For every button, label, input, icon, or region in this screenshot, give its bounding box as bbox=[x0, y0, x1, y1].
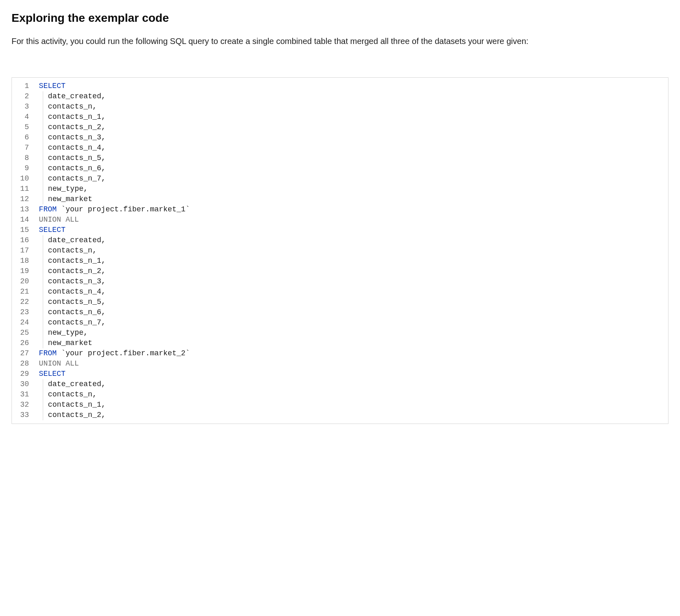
indent-guide bbox=[43, 266, 43, 276]
code-token: contacts_n_7, bbox=[48, 174, 106, 184]
code-token: UNION ALL bbox=[39, 359, 79, 369]
code-line: UNION ALL bbox=[39, 359, 665, 369]
code-line: UNION ALL bbox=[39, 215, 665, 225]
code-line: new_market bbox=[39, 338, 665, 348]
code-token: contacts_n_2, bbox=[48, 122, 106, 132]
code-line: contacts_n_7, bbox=[39, 174, 665, 184]
code-line: contacts_n_3, bbox=[39, 276, 665, 287]
page-heading: Exploring the exemplar code bbox=[12, 12, 668, 25]
line-number: 23 bbox=[20, 307, 29, 317]
indent-guide bbox=[43, 307, 43, 317]
code-token: contacts_n_5, bbox=[48, 153, 106, 163]
line-number: 16 bbox=[20, 235, 29, 245]
line-number: 26 bbox=[20, 338, 29, 348]
code-token: UNION ALL bbox=[39, 215, 79, 225]
line-number: 2 bbox=[20, 91, 29, 102]
indent-guide bbox=[43, 256, 43, 266]
code-token: contacts_n_4, bbox=[48, 143, 106, 153]
line-number: 11 bbox=[20, 184, 29, 194]
line-number: 29 bbox=[20, 369, 29, 379]
indent-guide bbox=[43, 91, 43, 102]
code-line: contacts_n_7, bbox=[39, 317, 665, 328]
indent-guide bbox=[43, 153, 43, 163]
indent-guide bbox=[43, 317, 43, 328]
line-number: 15 bbox=[20, 225, 29, 235]
code-line: SELECT bbox=[39, 225, 665, 235]
intro-paragraph: For this activity, you could run the fol… bbox=[12, 35, 668, 48]
line-number: 33 bbox=[20, 410, 29, 420]
line-number: 5 bbox=[20, 122, 29, 132]
line-number: 14 bbox=[20, 215, 29, 225]
indent-guide bbox=[43, 287, 43, 297]
indent-guide bbox=[43, 338, 43, 348]
code-line: contacts_n, bbox=[39, 245, 665, 256]
indent-guide bbox=[43, 143, 43, 153]
line-number: 19 bbox=[20, 266, 29, 276]
indent-guide bbox=[43, 102, 43, 112]
code-line: contacts_n_5, bbox=[39, 297, 665, 307]
code-token: contacts_n_2, bbox=[48, 266, 106, 276]
code-token: new_type, bbox=[48, 184, 88, 194]
code-line: contacts_n_6, bbox=[39, 307, 665, 317]
code-line: date_created, bbox=[39, 235, 665, 245]
code-token: SELECT bbox=[39, 225, 66, 235]
code-token: contacts_n_1, bbox=[48, 256, 106, 266]
code-token: FROM bbox=[39, 204, 57, 215]
code-line: contacts_n_4, bbox=[39, 287, 665, 297]
line-number: 24 bbox=[20, 317, 29, 328]
code-line: FROM `your project.fiber.market_1` bbox=[39, 204, 665, 215]
line-number: 1 bbox=[20, 81, 29, 91]
indent-guide bbox=[43, 379, 43, 389]
code-token: contacts_n_4, bbox=[48, 287, 106, 297]
code-line: contacts_n_1, bbox=[39, 256, 665, 266]
code-line: contacts_n_4, bbox=[39, 143, 665, 153]
line-number: 6 bbox=[20, 132, 29, 143]
code-token: contacts_n_1, bbox=[48, 400, 106, 410]
line-number: 18 bbox=[20, 256, 29, 266]
code-content: SELECTdate_created,contacts_n,contacts_n… bbox=[32, 78, 668, 424]
code-token: `your project.fiber.market_2` bbox=[57, 348, 190, 359]
code-token: date_created, bbox=[48, 91, 106, 102]
code-token: contacts_n_6, bbox=[48, 307, 106, 317]
line-number: 27 bbox=[20, 348, 29, 359]
line-number: 13 bbox=[20, 204, 29, 215]
line-number: 3 bbox=[20, 102, 29, 112]
line-number: 10 bbox=[20, 174, 29, 184]
code-block: 1234567891011121314151617181920212223242… bbox=[12, 77, 668, 424]
code-line: FROM `your project.fiber.market_2` bbox=[39, 348, 665, 359]
code-line: new_market bbox=[39, 194, 665, 204]
indent-guide bbox=[43, 389, 43, 400]
line-number: 30 bbox=[20, 379, 29, 389]
code-line: date_created, bbox=[39, 91, 665, 102]
indent-guide bbox=[43, 163, 43, 174]
indent-guide bbox=[43, 400, 43, 410]
code-line: date_created, bbox=[39, 379, 665, 389]
line-number: 17 bbox=[20, 245, 29, 256]
code-token: new_market bbox=[48, 338, 93, 348]
line-number: 28 bbox=[20, 359, 29, 369]
code-line: new_type, bbox=[39, 328, 665, 338]
indent-guide bbox=[43, 245, 43, 256]
indent-guide bbox=[43, 174, 43, 184]
indent-guide bbox=[43, 132, 43, 143]
code-token: contacts_n, bbox=[48, 389, 97, 400]
code-token: FROM bbox=[39, 348, 57, 359]
line-number-gutter: 1234567891011121314151617181920212223242… bbox=[12, 78, 32, 424]
code-token: date_created, bbox=[48, 235, 106, 245]
code-token: `your project.fiber.market_1` bbox=[57, 204, 190, 215]
code-line: contacts_n_2, bbox=[39, 266, 665, 276]
code-token: contacts_n_7, bbox=[48, 317, 106, 328]
indent-guide bbox=[43, 410, 43, 420]
code-token: contacts_n, bbox=[48, 245, 97, 256]
code-token: contacts_n_1, bbox=[48, 112, 106, 122]
indent-guide bbox=[43, 194, 43, 204]
indent-guide bbox=[43, 276, 43, 287]
code-token: new_type, bbox=[48, 328, 88, 338]
code-token: contacts_n_3, bbox=[48, 132, 106, 143]
code-line: contacts_n_1, bbox=[39, 400, 665, 410]
code-token: contacts_n_3, bbox=[48, 276, 106, 287]
indent-guide bbox=[43, 122, 43, 132]
line-number: 12 bbox=[20, 194, 29, 204]
code-token: contacts_n_2, bbox=[48, 410, 106, 420]
code-line: new_type, bbox=[39, 184, 665, 194]
